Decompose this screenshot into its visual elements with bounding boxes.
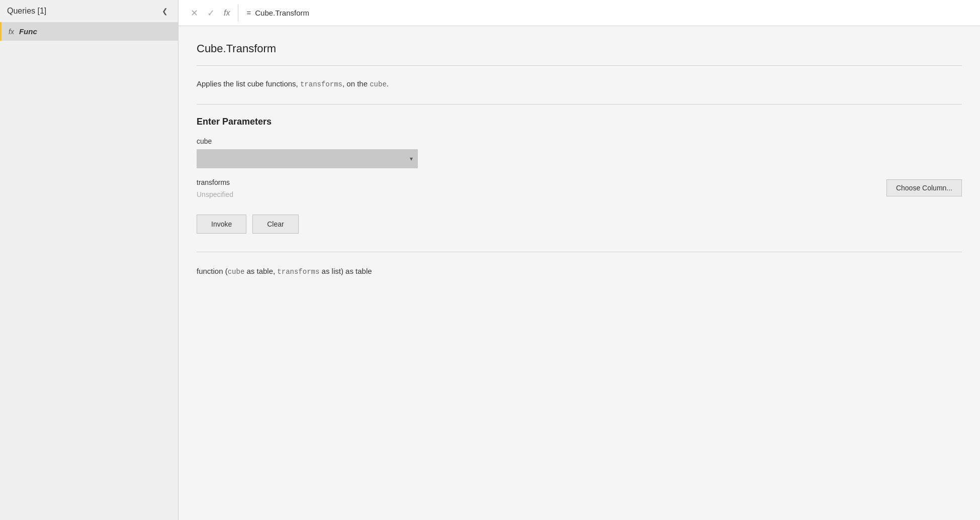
fx-formula-button[interactable]: fx: [220, 6, 234, 21]
cube-dropdown-container: ▾: [197, 149, 418, 168]
sidebar: Queries [1] ❮ fx Func: [0, 0, 179, 520]
divider-3: [197, 252, 962, 252]
clear-button[interactable]: Clear: [252, 215, 298, 234]
sidebar-collapse-button[interactable]: ❮: [159, 5, 171, 17]
sig-transforms-code: transforms: [277, 268, 319, 276]
invoke-button[interactable]: Invoke: [197, 215, 246, 234]
sig-as-list: as list) as table: [319, 267, 372, 275]
formula-input-area: = Cube.Transform: [238, 9, 976, 17]
choose-column-button[interactable]: Choose Column...: [886, 179, 962, 196]
sig-cube-code: cube: [228, 268, 245, 276]
sidebar-item-func[interactable]: fx Func: [0, 22, 178, 41]
sidebar-header: Queries [1] ❮: [0, 0, 178, 22]
cancel-icon: ✕: [191, 8, 198, 19]
desc-end: .: [387, 79, 389, 88]
desc-middle: , on the: [342, 79, 370, 88]
transforms-left: transforms Unspecified: [197, 178, 878, 198]
formula-equals: =: [246, 9, 251, 17]
sig-as-table: as table,: [244, 267, 277, 275]
formula-bar-actions: ✕ ✓ fx: [183, 5, 238, 22]
sig-start: function (: [197, 267, 228, 275]
queries-title: Queries [1]: [7, 7, 46, 16]
parameters-section-title: Enter Parameters: [197, 117, 962, 127]
confirm-icon: ✓: [207, 8, 215, 19]
transforms-unspecified: Unspecified: [197, 190, 878, 198]
divider-2: [197, 104, 962, 105]
content-area: Cube.Transform Applies the list cube fun…: [179, 26, 980, 520]
cube-param-label: cube: [197, 137, 962, 145]
desc-start: Applies the list cube functions,: [197, 79, 300, 88]
desc-cube-code: cube: [370, 80, 387, 88]
formula-bar: ✕ ✓ fx = Cube.Transform: [179, 0, 980, 26]
sidebar-fx-icon: fx: [9, 28, 14, 36]
function-signature: function (cube as table, transforms as l…: [197, 264, 962, 278]
function-title: Cube.Transform: [197, 42, 962, 55]
confirm-formula-button[interactable]: ✓: [203, 5, 219, 22]
transforms-row: transforms Unspecified Choose Column...: [197, 178, 962, 198]
formula-text: Cube.Transform: [255, 9, 309, 17]
collapse-icon: ❮: [162, 7, 168, 15]
action-buttons: Invoke Clear: [197, 215, 962, 234]
fx-icon: fx: [224, 9, 230, 18]
sidebar-item-label: Func: [19, 27, 37, 36]
cancel-formula-button[interactable]: ✕: [187, 5, 202, 22]
transforms-param-label: transforms: [197, 178, 878, 186]
cube-dropdown[interactable]: [197, 149, 418, 168]
description-text: Applies the list cube functions, transfo…: [197, 78, 962, 90]
desc-transforms-code: transforms: [300, 80, 342, 88]
main-panel: ✕ ✓ fx = Cube.Transform Cube.Transform A…: [179, 0, 980, 520]
divider-1: [197, 65, 962, 66]
